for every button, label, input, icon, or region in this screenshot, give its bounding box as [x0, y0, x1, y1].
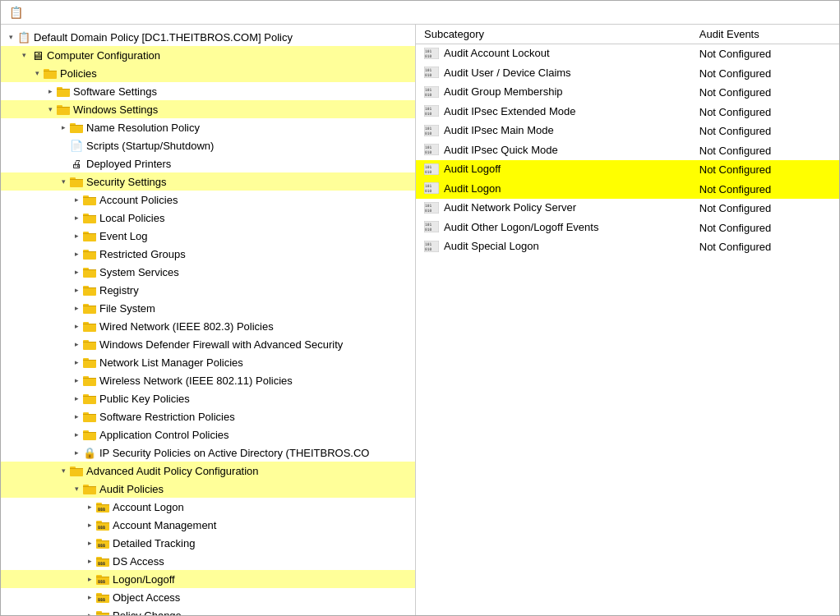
expander-open[interactable] — [57, 464, 70, 477]
tree-item-software-settings[interactable]: Software Settings — [1, 82, 415, 100]
table-row[interactable]: 101 010 Audit IPsec Quick ModeNot Config… — [416, 141, 839, 161]
tree-item-audit-policies[interactable]: Audit Policies — [1, 480, 415, 498]
tree-label: IP Security Policies on Active Directory… — [99, 447, 369, 459]
subcategory-text: Audit IPsec Extended Mode — [444, 105, 575, 117]
expander-open[interactable] — [17, 48, 30, 62]
tree-label: Deployed Printers — [86, 158, 171, 170]
svg-rect-41 — [83, 342, 96, 342]
table-row[interactable]: 101 010 Audit Special LogonNot Configure… — [416, 237, 839, 257]
subcategory-cell: 101 010 Audit Logon — [416, 180, 691, 200]
svg-text:010: 010 — [98, 525, 105, 530]
expander-closed[interactable] — [70, 392, 83, 405]
expander-closed[interactable] — [83, 554, 96, 568]
tree-item-local-policies[interactable]: Local Policies — [1, 209, 415, 227]
table-row[interactable]: 101 010 Audit Other Logon/Logoff EventsN… — [416, 218, 839, 238]
expander-open[interactable] — [57, 175, 70, 188]
tree-item-computer-config[interactable]: 🖥Computer Configuration — [1, 46, 415, 64]
tree-item-root[interactable]: 📋Default Domain Policy [DC1.THEITBROS.CO… — [1, 28, 415, 46]
svg-rect-53 — [83, 414, 96, 415]
svg-rect-85 — [96, 577, 109, 577]
svg-text:101: 101 — [425, 68, 432, 72]
tree-pane: 📋Default Domain Policy [DC1.THEITBROS.CO… — [1, 25, 416, 615]
expander-closed[interactable] — [70, 319, 83, 333]
table-row[interactable]: 101 010 Audit Group MembershipNot Config… — [416, 83, 839, 103]
expander-open[interactable] — [4, 30, 17, 44]
table-row[interactable]: 101 010 Audit Network Policy ServerNot C… — [416, 199, 839, 218]
expander-closed[interactable] — [83, 572, 96, 586]
svg-text:010: 010 — [425, 247, 432, 251]
expander-closed[interactable] — [83, 518, 96, 531]
expander-closed[interactable] — [83, 536, 96, 549]
tree-item-policies[interactable]: Policies — [1, 64, 415, 82]
tree-item-public-key[interactable]: Public Key Policies — [1, 389, 415, 407]
table-row[interactable]: 101 010 Audit IPsec Main ModeNot Configu… — [416, 122, 839, 141]
tree-label: Security Settings — [86, 176, 167, 188]
expander-open[interactable] — [44, 103, 57, 116]
tree-item-name-resolution[interactable]: Name Resolution Policy — [1, 118, 415, 136]
tree-item-deployed-printers[interactable]: 🖨Deployed Printers — [1, 154, 415, 172]
folder-icon — [83, 374, 96, 387]
expander-closed[interactable] — [70, 265, 83, 278]
tree-item-scripts[interactable]: 📄Scripts (Startup/Shutdown) — [1, 136, 415, 154]
expander-closed[interactable] — [70, 428, 83, 441]
expander-closed[interactable] — [70, 229, 83, 242]
table-row[interactable]: 101 010 Audit LogoffNot Configured — [416, 160, 839, 180]
expander-closed[interactable] — [70, 356, 83, 369]
tree-item-app-control[interactable]: Application Control Policies — [1, 425, 415, 444]
svg-text:101: 101 — [425, 145, 432, 149]
tree-item-policy-change[interactable]: 101 010 Policy Change — [1, 606, 415, 615]
tree-item-account-policies[interactable]: Account Policies — [1, 191, 415, 209]
expander-closed[interactable] — [83, 591, 96, 604]
expander-open[interactable] — [30, 67, 44, 80]
tree-item-account-logon[interactable]: 101 010 Account Logon — [1, 498, 415, 516]
expander-closed[interactable] — [70, 446, 83, 459]
folder-icon — [83, 319, 96, 333]
tree-item-detailed-tracking[interactable]: 101 010 Detailed Tracking — [1, 534, 415, 552]
expander-closed[interactable] — [57, 121, 70, 134]
tree-item-windows-settings[interactable]: Windows Settings — [1, 100, 415, 118]
tree-item-system-services[interactable]: System Services — [1, 263, 415, 281]
table-row[interactable]: 101 010 Audit User / Device ClaimsNot Co… — [416, 64, 839, 84]
tree-item-advanced-audit[interactable]: Advanced Audit Policy Configuration — [1, 462, 415, 480]
table-row[interactable]: 101 010 Audit LogonNot Configured — [416, 180, 839, 200]
scripts-icon: 📄 — [70, 139, 83, 152]
svg-text:010: 010 — [98, 507, 105, 512]
audit-icon-small: 101 010 Audit Group Membership — [424, 85, 563, 98]
expander-closed[interactable] — [44, 85, 57, 98]
tree-item-account-management[interactable]: 101 010 Account Management — [1, 516, 415, 534]
expander-closed[interactable] — [83, 500, 96, 513]
expander-closed[interactable] — [70, 193, 83, 206]
audit-icon-small: 101 010 Audit IPsec Quick Mode — [424, 144, 558, 156]
audit-icon-small: 101 010 Audit IPsec Extended Mode — [424, 105, 575, 117]
expander-closed[interactable] — [83, 609, 96, 615]
expander-closed[interactable] — [70, 211, 83, 224]
tree-item-wireless-network[interactable]: Wireless Network (IEEE 802.11) Policies — [1, 371, 415, 389]
svg-text:010: 010 — [98, 597, 105, 602]
tree-item-network-list[interactable]: Network List Manager Policies — [1, 353, 415, 371]
audit-events-cell: Not Configured — [691, 83, 839, 103]
tree-item-registry[interactable]: Registry — [1, 281, 415, 299]
tree-item-restricted-groups[interactable]: Restricted Groups — [1, 245, 415, 263]
expander-closed[interactable] — [70, 301, 83, 315]
tree-item-ip-security[interactable]: 🔒IP Security Policies on Active Director… — [1, 444, 415, 462]
folder-icon — [83, 247, 96, 260]
expander-closed[interactable] — [70, 283, 83, 297]
tree-item-windows-firewall[interactable]: Windows Defender Firewall with Advanced … — [1, 335, 415, 353]
expander-closed[interactable] — [70, 410, 83, 423]
audit-events-cell: Not Configured — [691, 122, 839, 141]
expander-closed[interactable] — [70, 247, 83, 260]
tree-item-event-log[interactable]: Event Log — [1, 227, 415, 245]
audit-events-cell: Not Configured — [691, 199, 839, 218]
table-row[interactable]: 101 010 Audit Account LockoutNot Configu… — [416, 44, 839, 64]
tree-item-object-access[interactable]: 101 010 Object Access — [1, 588, 415, 606]
table-row[interactable]: 101 010 Audit IPsec Extended ModeNot Con… — [416, 103, 839, 122]
tree-item-wired-network[interactable]: Wired Network (IEEE 802.3) Policies — [1, 317, 415, 335]
expander-closed[interactable] — [70, 338, 83, 351]
tree-item-file-system[interactable]: File System — [1, 299, 415, 317]
tree-item-software-restriction[interactable]: Software Restriction Policies — [1, 407, 415, 425]
expander-closed[interactable] — [70, 374, 83, 387]
tree-item-logon-logoff[interactable]: 101 010 Logon/Logoff — [1, 570, 415, 588]
tree-item-ds-access[interactable]: 101 010 DS Access — [1, 552, 415, 570]
expander-open[interactable] — [70, 482, 83, 495]
tree-item-security-settings[interactable]: Security Settings — [1, 172, 415, 191]
